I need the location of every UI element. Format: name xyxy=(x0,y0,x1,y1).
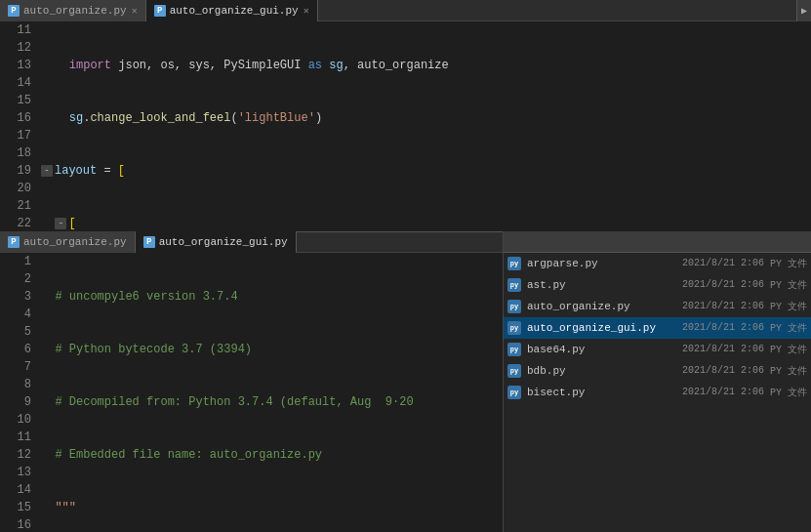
top-line-numbers: 11 12 13 14 15 16 17 18 19 20 21 22 xyxy=(0,21,37,231)
file-item-argparse[interactable]: py argparse.py 2021/8/21 2:06 PY 文件 xyxy=(504,253,811,274)
bottom-py-icon-1: P xyxy=(8,236,20,248)
py-file-icon: py xyxy=(507,300,521,313)
editor-area: 小小明(代码实体)的CSDN CSDN小小明(代码实体) 代码实体的CSDN 小… xyxy=(0,21,811,532)
tab-label-1: auto_organize.py xyxy=(23,5,127,17)
file-type: PY 文件 xyxy=(770,300,807,313)
tab-close-1[interactable]: ✕ xyxy=(132,5,138,17)
tab-auto-organize[interactable]: P auto_organize.py ✕ xyxy=(0,0,146,21)
file-item-ast[interactable]: py ast.py 2021/8/21 2:06 PY 文件 xyxy=(504,274,811,296)
bottom-tab-bar: P auto_organize.py P auto_organize_gui.p… xyxy=(0,231,503,253)
code-line-12: sg.change_look_and_feel('lightBlue') xyxy=(37,109,811,127)
tab-scroll-right[interactable]: ▶ xyxy=(796,0,811,21)
file-date: 2021/8/21 2:06 xyxy=(682,279,770,290)
bottom-code-content[interactable]: # uncompyle6 version 3.7.4 # Python byte… xyxy=(37,253,503,532)
top-code-content[interactable]: import json, os, sys, PySimpleGUI as sg,… xyxy=(37,21,811,231)
file-date: 2021/8/21 2:06 xyxy=(682,344,770,354)
bottom-tab-label-2: auto_organize_gui.py xyxy=(159,236,288,248)
file-panel-header xyxy=(504,231,811,253)
top-tab-bar: P auto_organize.py ✕ P auto_organize_gui… xyxy=(0,0,811,21)
py-file-icon: py xyxy=(507,278,521,292)
bot-line-5: """ xyxy=(37,499,503,516)
bot-line-4: # Embedded file name: auto_organize.py xyxy=(37,446,503,464)
bottom-tab-1[interactable]: P auto_organize.py xyxy=(0,231,136,253)
file-date: 2021/8/21 2:06 xyxy=(682,301,770,311)
file-item-base64[interactable]: py base64.py 2021/8/21 2:06 PY 文件 xyxy=(504,339,811,360)
file-date: 2021/8/21 2:06 xyxy=(682,365,770,376)
tab-auto-organize-gui[interactable]: P auto_organize_gui.py ✕ xyxy=(146,0,318,21)
file-date: 2021/8/21 2:06 xyxy=(682,322,770,333)
bottom-editor[interactable]: 1 2 3 4 5 6 7 8 9 10 11 12 13 14 15 16 1… xyxy=(0,253,503,532)
py-file-icon-selected: py xyxy=(507,321,521,335)
bottom-tab-label-1: auto_organize.py xyxy=(23,236,127,248)
bot-line-3: # Decompiled from: Python 3.7.4 (default… xyxy=(37,393,503,411)
py-file-icon: py xyxy=(507,386,521,399)
py-icon: P xyxy=(8,5,20,17)
py-file-icon: py xyxy=(507,364,521,378)
file-name: bisect.py xyxy=(527,387,682,398)
file-list[interactable]: py argparse.py 2021/8/21 2:06 PY 文件 py a… xyxy=(504,253,811,532)
tab-close-2[interactable]: ✕ xyxy=(304,5,309,17)
file-name: base64.py xyxy=(527,344,682,355)
file-name: ast.py xyxy=(527,279,682,291)
bottom-py-icon-2: P xyxy=(143,236,155,248)
file-item-auto-organize[interactable]: py auto_organize.py 2021/8/21 2:06 PY 文件 xyxy=(504,296,811,317)
file-panel: py argparse.py 2021/8/21 2:06 PY 文件 py a… xyxy=(503,231,811,532)
file-type: PY 文件 xyxy=(770,257,807,270)
file-type: PY 文件 xyxy=(770,321,807,335)
py-icon-2: P xyxy=(154,5,166,17)
file-name: bdb.py xyxy=(527,365,682,377)
file-type: PY 文件 xyxy=(770,364,807,378)
py-file-icon: py xyxy=(507,343,521,356)
file-name: auto_organize_gui.py xyxy=(527,322,682,334)
file-item-auto-organize-gui[interactable]: py auto_organize_gui.py 2021/8/21 2:06 P… xyxy=(504,317,811,339)
bottom-tab-2[interactable]: P auto_organize_gui.py xyxy=(136,231,297,253)
file-type: PY 文件 xyxy=(770,343,807,356)
file-item-bisect[interactable]: py bisect.py 2021/8/21 2:06 PY 文件 xyxy=(504,382,811,403)
top-editor[interactable]: 11 12 13 14 15 16 17 18 19 20 21 22 impo… xyxy=(0,21,811,231)
fold-13[interactable]: - xyxy=(41,165,53,177)
file-name: argparse.py xyxy=(527,258,682,269)
bot-line-2: # Python bytecode 3.7 (3394) xyxy=(37,341,503,358)
file-date: 2021/8/21 2:06 xyxy=(682,387,770,397)
file-type: PY 文件 xyxy=(770,386,807,399)
py-file-icon: py xyxy=(507,257,521,270)
file-name: auto_organize.py xyxy=(527,301,682,312)
fold-14[interactable]: - xyxy=(55,218,66,229)
code-line-13: -layout = [ xyxy=(37,162,811,180)
code-line-11: import json, os, sys, PySimpleGUI as sg,… xyxy=(37,57,811,74)
code-line-14: -[ xyxy=(37,215,811,231)
file-date: 2021/8/21 2:06 xyxy=(682,258,770,268)
bottom-line-numbers: 1 2 3 4 5 6 7 8 9 10 11 12 13 14 15 16 1… xyxy=(0,253,37,532)
file-type: PY 文件 xyxy=(770,278,807,292)
file-item-bdb[interactable]: py bdb.py 2021/8/21 2:06 PY 文件 xyxy=(504,360,811,382)
bot-line-1: # uncompyle6 version 3.7.4 xyxy=(37,288,503,306)
tab-label-2: auto_organize_gui.py xyxy=(170,5,299,17)
